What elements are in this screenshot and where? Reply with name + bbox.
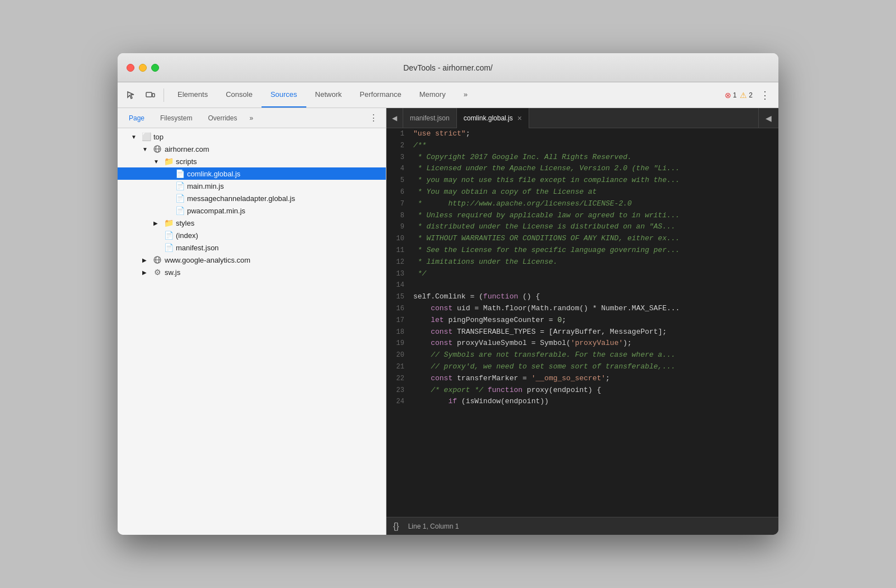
device-toggle-button[interactable]: [141, 86, 159, 104]
code-line: 10 * WITHOUT WARRANTIES OR CONDITIONS OF…: [386, 233, 778, 245]
svg-rect-1: [152, 94, 155, 97]
tab-network[interactable]: Network: [306, 82, 351, 108]
tab-page[interactable]: Page: [122, 112, 151, 124]
code-lines: 1 "use strict"; 2 /** 3 * Copyright 2017…: [386, 128, 778, 408]
code-editor-panel: ◀ manifest.json comlink.global.js × ◀ 1 …: [386, 108, 778, 535]
error-count: ⊗ 1: [725, 91, 737, 100]
editor-tabs: ◀ manifest.json comlink.global.js × ◀: [386, 108, 778, 128]
expand-arrow-icon: ▼: [153, 158, 161, 165]
code-line: 5 * you may not use this file except in …: [386, 175, 778, 186]
code-line: 3 * Copyright 2017 Google Inc. All Right…: [386, 152, 778, 164]
tab-overrides[interactable]: Overrides: [201, 112, 244, 124]
tab-performance[interactable]: Performance: [351, 82, 410, 108]
tree-node-label: main.min.js: [187, 182, 381, 190]
list-item[interactable]: ▼ 📁 scripts: [118, 155, 386, 167]
collapse-panel-button[interactable]: ◀: [386, 108, 403, 128]
code-line: 22 const transferMarker = '__omg_so_secr…: [386, 373, 778, 385]
status-bar: {} Line 1, Column 1: [386, 517, 778, 535]
expand-arrow-icon: ▶: [153, 220, 161, 226]
editor-tab-manifest[interactable]: manifest.json: [403, 108, 457, 128]
tree-node-label: airhorner.com: [165, 145, 381, 153]
warning-icon: ⚠: [740, 91, 747, 100]
gear-icon: ⚙: [152, 268, 162, 277]
main-toolbar: Elements Console Sources Network Perform…: [118, 82, 778, 108]
code-editor[interactable]: 1 "use strict"; 2 /** 3 * Copyright 2017…: [386, 128, 778, 517]
folder-icon: 📁: [164, 157, 174, 166]
editor-tab-comlink[interactable]: comlink.global.js ×: [457, 108, 529, 128]
cursor-position: Line 1, Column 1: [408, 522, 459, 530]
left-panel: Page Filesystem Overrides » ⋮ ▼ ⬜ top ▼: [118, 108, 386, 535]
code-line: 21 // proxy'd, we need to set some sort …: [386, 361, 778, 373]
code-line: 4 * Licensed under the Apache License, V…: [386, 163, 778, 175]
file-tree: ▼ ⬜ top ▼ airhorner.com: [118, 128, 386, 535]
tab-console[interactable]: Console: [217, 82, 262, 108]
panel-options-button[interactable]: ⋮: [366, 111, 381, 124]
panel-tab-more[interactable]: »: [246, 112, 256, 124]
tab-filesystem[interactable]: Filesystem: [153, 112, 199, 124]
list-item[interactable]: ▼ airhorner.com: [118, 143, 386, 155]
tab-sources[interactable]: Sources: [262, 82, 306, 108]
tab-label: manifest.json: [410, 114, 450, 122]
list-item[interactable]: ▶ 📄 (index): [118, 229, 386, 241]
list-item[interactable]: ▶ ⚙ sw.js: [118, 266, 386, 278]
main-tab-nav: Elements Console Sources Network Perform…: [169, 82, 477, 108]
devtools-menu-button[interactable]: ⋮: [756, 86, 774, 104]
inspect-element-button[interactable]: [122, 86, 140, 104]
cursor-icon: [126, 90, 136, 100]
code-line: 6 * You may obtain a copy of the License…: [386, 186, 778, 198]
list-item[interactable]: ▶ www.google-analytics.com: [118, 254, 386, 266]
globe-icon: [152, 144, 162, 153]
list-item[interactable]: ▶ 📄 pwacompat.min.js: [118, 204, 386, 217]
code-line: 15 self.Comlink = (function () {: [386, 291, 778, 303]
expand-arrow-icon: ▶: [142, 269, 150, 276]
tree-node-label: www.google-analytics.com: [165, 256, 381, 264]
tab-elements[interactable]: Elements: [169, 82, 217, 108]
expand-arrow-icon: ▼: [142, 146, 150, 152]
code-line: 7 * http://www.apache.org/licenses/LICEN…: [386, 198, 778, 210]
code-line: 24 if (isWindow(endpoint)): [386, 396, 778, 408]
list-item[interactable]: ▶ 📄 messagechanneladapter.global.js: [118, 192, 386, 204]
code-line: 13 */: [386, 268, 778, 280]
tree-node-label: manifest.json: [176, 244, 381, 252]
code-line: 9 * distributed under the License is dis…: [386, 221, 778, 233]
main-content: Page Filesystem Overrides » ⋮ ▼ ⬜ top ▼: [118, 108, 778, 535]
expand-arrow-icon: ▶: [142, 257, 150, 263]
code-line: 17 let pingPongMessageCounter = 0;: [386, 315, 778, 326]
expand-editor-button[interactable]: ◀: [758, 108, 778, 128]
expand-arrow-icon: ▼: [131, 134, 139, 140]
tree-node-label: comlink.global.js: [187, 170, 381, 178]
toolbar-right: ⊗ 1 ⚠ 2 ⋮: [725, 86, 774, 104]
file-icon: 📄: [175, 169, 185, 178]
svg-rect-0: [146, 92, 152, 97]
code-line: 20 // Symbols are not transferable. For …: [386, 349, 778, 361]
code-line: 2 /**: [386, 140, 778, 152]
tab-more[interactable]: »: [455, 82, 477, 108]
file-icon: 📄: [175, 181, 185, 190]
list-item[interactable]: ▶ 📄 comlink.global.js: [118, 167, 386, 180]
code-line: 12 * limitations under the License.: [386, 256, 778, 268]
globe-icon: [152, 255, 162, 264]
panel-tabs: Page Filesystem Overrides » ⋮: [118, 108, 386, 128]
list-item[interactable]: ▼ ⬜ top: [118, 130, 386, 143]
list-item[interactable]: ▶ 📁 styles: [118, 217, 386, 229]
title-bar: DevTools - airhorner.com/: [118, 53, 778, 82]
device-icon: [145, 90, 155, 100]
close-tab-button[interactable]: ×: [517, 114, 522, 123]
file-icon: 📄: [164, 243, 174, 252]
format-button[interactable]: {}: [393, 521, 399, 531]
tab-memory[interactable]: Memory: [410, 82, 455, 108]
file-icon: 📄: [164, 231, 174, 240]
file-icon: 📄: [175, 194, 185, 203]
code-line: 19 const proxyValueSymbol = Symbol('prox…: [386, 338, 778, 349]
close-button[interactable]: [127, 64, 134, 72]
window-title: DevTools - airhorner.com/: [403, 63, 493, 72]
tree-node-label: pwacompat.min.js: [187, 207, 381, 215]
folder-icon: 📁: [164, 218, 174, 227]
list-item[interactable]: ▶ 📄 main.min.js: [118, 180, 386, 192]
minimize-button[interactable]: [139, 64, 147, 72]
warning-count: ⚠ 2: [740, 91, 753, 100]
devtools-window: DevTools - airhorner.com/ Elements Conso…: [118, 53, 778, 535]
code-line: 23 /* export */ function proxy(endpoint)…: [386, 385, 778, 396]
maximize-button[interactable]: [151, 64, 159, 72]
list-item[interactable]: ▶ 📄 manifest.json: [118, 241, 386, 254]
